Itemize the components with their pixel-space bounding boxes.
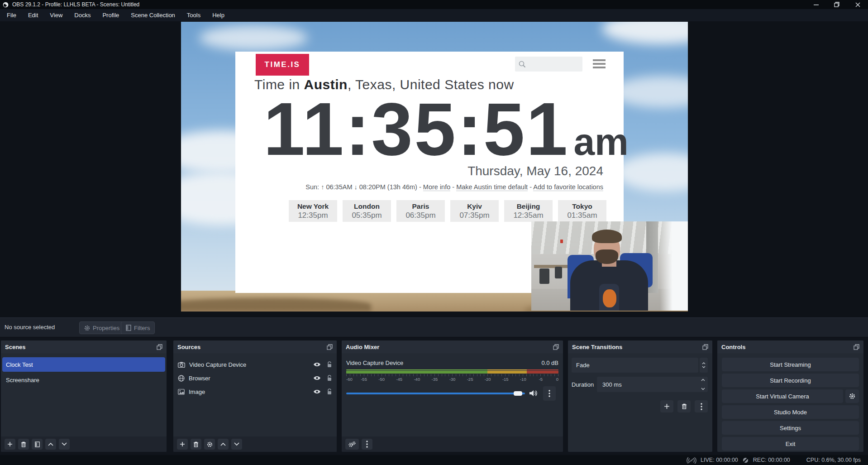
audio-mixer-title: Audio Mixer xyxy=(346,344,379,350)
no-source-selected-label: No source selected xyxy=(5,324,55,331)
trash-icon xyxy=(193,441,199,447)
source-properties-button[interactable] xyxy=(204,439,215,450)
filters-button[interactable]: Filters xyxy=(121,321,155,334)
menu-file[interactable]: File xyxy=(1,9,22,21)
trash-icon xyxy=(21,441,26,447)
remove-transition-button[interactable] xyxy=(677,400,691,412)
clock-ampm: am xyxy=(573,120,628,164)
menu-tools[interactable]: Tools xyxy=(181,9,206,21)
popout-icon[interactable] xyxy=(854,344,859,350)
live-time: LIVE: 00:00:00 xyxy=(701,457,738,463)
remove-scene-button[interactable] xyxy=(18,439,29,450)
popout-icon[interactable] xyxy=(553,344,559,350)
menu-help[interactable]: Help xyxy=(206,9,230,21)
clock-digits: 11:35:51 xyxy=(263,84,569,174)
lock-icon[interactable] xyxy=(327,388,332,395)
scene-transitions-title: Scene Transitions xyxy=(572,344,622,350)
add-source-button[interactable] xyxy=(177,439,188,450)
move-source-up-button[interactable] xyxy=(218,439,229,450)
menu-docks[interactable]: Docks xyxy=(68,9,96,21)
eye-icon[interactable] xyxy=(313,362,321,367)
popout-icon[interactable] xyxy=(327,344,333,350)
sources-panel: Sources Video Capture Device Browser xyxy=(173,340,337,452)
duration-spinbox[interactable]: 300 ms xyxy=(597,377,708,392)
chevron-down-icon xyxy=(702,366,706,368)
start-virtual-camera-button[interactable]: Start Virtual Camera xyxy=(722,389,843,403)
program-preview-canvas[interactable]: TIME.IS Time in Austin, Texas, United St… xyxy=(181,22,688,312)
menu-view[interactable]: View xyxy=(44,9,68,21)
chevron-down-icon xyxy=(62,442,67,446)
image-icon xyxy=(178,389,185,395)
source-row-image[interactable]: Image xyxy=(173,385,337,398)
scene-item-screenshare[interactable]: Screenshare xyxy=(2,373,165,387)
popout-icon[interactable] xyxy=(702,344,708,350)
add-scene-button[interactable] xyxy=(5,439,15,450)
restore-icon xyxy=(834,2,839,7)
eye-icon[interactable] xyxy=(313,389,321,394)
timeis-clock: 11:35:51 am xyxy=(263,84,629,174)
scenes-list: Clock Test Screenshare xyxy=(1,353,167,387)
advanced-audio-properties-button[interactable] xyxy=(345,439,359,450)
source-row-browser[interactable]: Browser xyxy=(173,371,337,385)
studio-mode-button[interactable]: Studio Mode xyxy=(722,405,859,419)
volume-meter-peak xyxy=(346,369,558,370)
city-card: Tokyo01:35am xyxy=(558,200,606,222)
speaker-icon[interactable] xyxy=(529,389,538,397)
transition-select-arrows[interactable] xyxy=(700,358,708,373)
gear-icon xyxy=(849,393,855,399)
minimize-icon xyxy=(814,2,819,7)
mixer-menu-button[interactable] xyxy=(362,439,372,450)
chevron-up-icon xyxy=(220,442,226,446)
lock-icon[interactable] xyxy=(327,375,332,381)
scene-filters-button[interactable] xyxy=(32,439,43,450)
minimize-button[interactable] xyxy=(806,0,826,9)
source-row-video-capture[interactable]: Video Capture Device xyxy=(173,358,337,371)
timeis-logo: TIME.IS xyxy=(256,54,309,76)
properties-button[interactable]: Properties xyxy=(79,321,124,334)
record-inactive-icon xyxy=(742,457,749,464)
menu-scene-collection[interactable]: Scene Collection xyxy=(125,9,181,21)
mixer-channel-name: Video Capture Device xyxy=(346,360,403,366)
volume-slider-handle[interactable] xyxy=(514,391,522,396)
menu-profile[interactable]: Profile xyxy=(96,9,125,21)
start-streaming-button[interactable]: Start Streaming xyxy=(722,358,859,371)
chevron-up-icon[interactable] xyxy=(701,379,705,381)
transition-select[interactable]: Fade xyxy=(572,358,698,373)
menu-edit[interactable]: Edit xyxy=(22,9,44,21)
exit-button[interactable]: Exit xyxy=(722,437,859,451)
scene-item-clock-test[interactable]: Clock Test xyxy=(2,357,165,372)
settings-button[interactable]: Settings xyxy=(722,421,859,435)
start-recording-button[interactable]: Start Recording xyxy=(722,374,859,387)
kebab-icon xyxy=(548,390,550,397)
close-button[interactable] xyxy=(847,0,868,9)
more-info-link: More info xyxy=(423,183,450,191)
city-card: Beijing12:35am xyxy=(504,200,553,222)
restore-button[interactable] xyxy=(826,0,847,9)
move-scene-up-button[interactable] xyxy=(45,439,56,450)
dock-area: Scenes Clock Test Screenshare Sources xyxy=(0,337,868,455)
cpu-fps-stats: CPU: 0.6%, 30.00 fps xyxy=(806,457,861,463)
source-toolbar: No source selected Properties Filters xyxy=(0,317,868,337)
move-scene-down-button[interactable] xyxy=(59,439,70,450)
obs-window: OBS 29.1.2 - Profile: LLHLS BETA - Scene… xyxy=(0,0,868,465)
make-default-link: Make Austin time default xyxy=(456,183,528,191)
mixer-channel-menu-button[interactable] xyxy=(543,386,556,401)
gear-icon xyxy=(84,325,90,331)
chevron-down-icon[interactable] xyxy=(701,388,705,390)
volume-slider[interactable] xyxy=(346,393,525,394)
popout-icon[interactable] xyxy=(157,344,162,350)
remove-source-button[interactable] xyxy=(191,439,201,450)
hamburger-menu-icon xyxy=(593,59,606,70)
kebab-icon xyxy=(366,441,368,448)
obs-logo-icon xyxy=(3,2,9,8)
add-transition-button[interactable] xyxy=(660,400,673,412)
eye-icon[interactable] xyxy=(313,375,321,381)
lock-icon[interactable] xyxy=(327,361,332,368)
virtual-camera-settings-button[interactable] xyxy=(845,389,859,403)
move-source-down-button[interactable] xyxy=(231,439,242,450)
world-cities-row: New York12:35pm London05:35pm Paris06:35… xyxy=(289,200,606,222)
menu-bar: File Edit View Docks Profile Scene Colle… xyxy=(0,9,868,21)
filter-icon xyxy=(35,441,40,447)
plus-icon xyxy=(7,441,13,447)
transition-properties-button[interactable] xyxy=(695,400,708,412)
